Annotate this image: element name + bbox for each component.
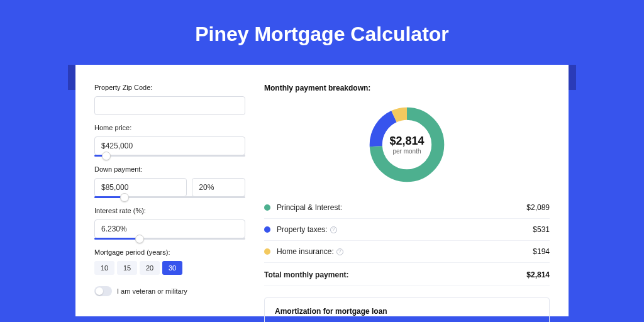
breakdown-column: Monthly payment breakdown: $2,814 per mo… bbox=[264, 84, 550, 316]
breakdown-label-insurance-text: Home insurance: bbox=[277, 247, 334, 256]
donut-sub: per month bbox=[392, 148, 421, 155]
info-icon[interactable]: ? bbox=[336, 248, 343, 255]
interest-rate-slider-thumb[interactable] bbox=[135, 235, 144, 243]
amortization-box: Amortization for mortgage loan Amortizat… bbox=[264, 297, 550, 322]
period-tab-20[interactable]: 20 bbox=[140, 261, 160, 275]
interest-rate-field-group: Interest rate (%): bbox=[94, 207, 245, 240]
interest-rate-slider[interactable] bbox=[94, 238, 245, 240]
breakdown-label-taxes-text: Property taxes: bbox=[277, 225, 328, 234]
down-payment-field-group: Down payment: bbox=[94, 165, 245, 198]
donut-chart: $2,814 per month bbox=[366, 104, 448, 186]
donut-amount: $2,814 bbox=[389, 135, 424, 148]
breakdown-value-total: $2,814 bbox=[526, 270, 550, 279]
info-icon[interactable]: ? bbox=[330, 226, 337, 233]
zip-input[interactable] bbox=[94, 96, 245, 115]
zip-field-group: Property Zip Code: bbox=[94, 84, 245, 115]
breakdown-value-taxes: $531 bbox=[533, 225, 550, 234]
breakdown-label-total: Total monthly payment: bbox=[264, 270, 526, 279]
interest-rate-label: Interest rate (%): bbox=[94, 207, 245, 214]
form-column: Property Zip Code: Home price: Down paym… bbox=[94, 84, 245, 316]
home-price-label: Home price: bbox=[94, 124, 245, 131]
down-payment-slider-thumb[interactable] bbox=[120, 193, 129, 202]
breakdown-label-principal: Principal & Interest: bbox=[277, 203, 526, 212]
down-payment-amount-input[interactable] bbox=[94, 178, 187, 197]
period-tab-10[interactable]: 10 bbox=[94, 261, 114, 275]
veteran-toggle-row: I am veteran or military bbox=[94, 286, 245, 296]
veteran-toggle-label: I am veteran or military bbox=[117, 287, 187, 295]
period-label: Mortgage period (years): bbox=[94, 248, 245, 256]
home-price-input[interactable] bbox=[94, 136, 245, 155]
zip-label: Property Zip Code: bbox=[94, 84, 245, 91]
period-tabs: 10 15 20 30 bbox=[94, 261, 245, 275]
home-price-slider[interactable] bbox=[94, 155, 245, 157]
breakdown-row-total: Total monthly payment: $2,814 bbox=[264, 263, 550, 286]
down-payment-label: Down payment: bbox=[94, 165, 245, 173]
breakdown-row-taxes: Property taxes: ? $531 bbox=[264, 219, 550, 241]
breakdown-row-principal: Principal & Interest: $2,089 bbox=[264, 197, 550, 219]
breakdown-value-insurance: $194 bbox=[533, 247, 550, 256]
down-payment-slider[interactable] bbox=[94, 196, 245, 198]
period-field-group: Mortgage period (years): 10 15 20 30 bbox=[94, 248, 245, 275]
period-tab-15[interactable]: 15 bbox=[117, 261, 137, 275]
amortization-title: Amortization for mortgage loan bbox=[275, 307, 539, 316]
page-title: Piney Mortgage Calculator bbox=[0, 0, 644, 65]
period-tab-30[interactable]: 30 bbox=[162, 261, 182, 275]
breakdown-label-taxes: Property taxes: ? bbox=[277, 225, 533, 234]
donut-chart-wrap: $2,814 per month bbox=[264, 100, 550, 197]
interest-rate-input[interactable] bbox=[94, 219, 245, 238]
donut-center: $2,814 per month bbox=[366, 104, 448, 186]
breakdown-value-principal: $2,089 bbox=[526, 203, 550, 212]
legend-dot-insurance-icon bbox=[264, 248, 270, 255]
down-payment-percent-input[interactable] bbox=[192, 178, 245, 197]
home-price-field-group: Home price: bbox=[94, 124, 245, 157]
breakdown-label-insurance: Home insurance: ? bbox=[277, 247, 533, 256]
veteran-toggle[interactable] bbox=[94, 286, 112, 296]
legend-dot-principal-icon bbox=[264, 204, 270, 211]
home-price-slider-thumb[interactable] bbox=[102, 152, 111, 160]
breakdown-row-insurance: Home insurance: ? $194 bbox=[264, 241, 550, 263]
calculator-card: Property Zip Code: Home price: Down paym… bbox=[75, 65, 569, 316]
legend-dot-taxes-icon bbox=[264, 226, 270, 233]
breakdown-title: Monthly payment breakdown: bbox=[264, 84, 550, 92]
